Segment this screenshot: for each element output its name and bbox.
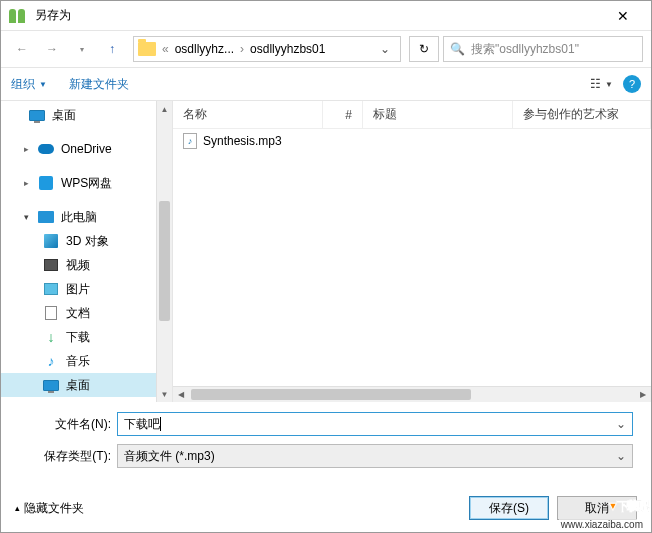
nav-row: ← → ▾ ↑ « osdllyyhz... › osdllyyhzbs01 ⌄…: [1, 31, 651, 67]
chevron-right-icon: ›: [240, 42, 244, 56]
breadcrumb[interactable]: « osdllyyhz... › osdllyyhzbs01 ⌄: [133, 36, 401, 62]
titlebar: 另存为 ✕: [1, 1, 651, 31]
audio-file-icon: ♪: [183, 133, 197, 149]
file-name: Synthesis.mp3: [203, 134, 282, 148]
search-input[interactable]: 🔍 搜索"osdllyyhzbs01": [443, 36, 643, 62]
sidebar-item-wps[interactable]: ▸WPS网盘: [1, 171, 172, 195]
sidebar-item-docs[interactable]: 文档: [1, 301, 172, 325]
breadcrumb-seg2[interactable]: osdllyyhzbs01: [250, 42, 325, 56]
scroll-thumb[interactable]: [159, 201, 170, 321]
sidebar-item-video[interactable]: 视频: [1, 253, 172, 277]
view-icon: ☷: [590, 77, 601, 91]
recent-dropdown[interactable]: ▾: [69, 36, 95, 62]
scroll-up-button[interactable]: ▲: [157, 101, 172, 117]
video-icon: [44, 259, 58, 271]
sidebar-item-disk-c[interactable]: ▸本地磁盘 (C:): [1, 397, 172, 402]
footer: ▴ 隐藏文件夹 保存(S) 取消: [1, 484, 651, 532]
chevron-down-icon[interactable]: ⌄: [616, 417, 626, 431]
music-icon: ♪: [43, 354, 59, 368]
col-name[interactable]: 名称: [173, 101, 323, 128]
file-list[interactable]: ♪ Synthesis.mp3: [173, 129, 651, 386]
hscroll-thumb[interactable]: [191, 389, 471, 400]
col-title[interactable]: 标题: [363, 101, 513, 128]
sidebar-item-3d[interactable]: 3D 对象: [1, 229, 172, 253]
search-placeholder: 搜索"osdllyyhzbs01": [471, 41, 579, 58]
help-button[interactable]: ?: [623, 75, 641, 93]
chevron-right-icon[interactable]: ▸: [21, 178, 31, 188]
wps-icon: [39, 176, 53, 190]
view-button[interactable]: ☷ ▼: [590, 77, 613, 91]
col-number[interactable]: #: [323, 101, 363, 128]
download-icon: ↓: [43, 330, 59, 344]
3d-icon: [44, 234, 58, 248]
back-button[interactable]: ←: [9, 36, 35, 62]
forward-button[interactable]: →: [39, 36, 65, 62]
chevron-down-icon[interactable]: ⌄: [616, 449, 626, 463]
up-button[interactable]: ↑: [99, 36, 125, 62]
scroll-down-button[interactable]: ▼: [157, 386, 172, 402]
desktop-icon: [29, 110, 45, 121]
sidebar-item-pictures[interactable]: 图片: [1, 277, 172, 301]
chevron-down-icon[interactable]: ▾: [21, 212, 31, 222]
filetype-label: 保存类型(T):: [19, 448, 117, 465]
save-button[interactable]: 保存(S): [469, 496, 549, 520]
breadcrumb-dropdown[interactable]: ⌄: [374, 42, 396, 56]
app-icon: [9, 9, 27, 23]
toolbar: 组织▼ 新建文件夹 ☷ ▼ ?: [1, 67, 651, 101]
chevron-up-icon: ▴: [15, 503, 20, 513]
hide-folders-button[interactable]: ▴ 隐藏文件夹: [15, 500, 84, 517]
filename-label: 文件名(N):: [19, 416, 117, 433]
body: 桌面 ▸OneDrive ▸WPS网盘 ▾此电脑 3D 对象 视频 图片 文档 …: [1, 101, 651, 402]
tree: 桌面 ▸OneDrive ▸WPS网盘 ▾此电脑 3D 对象 视频 图片 文档 …: [1, 101, 172, 402]
scroll-left-button[interactable]: ◀: [173, 387, 189, 402]
picture-icon: [44, 283, 58, 295]
breadcrumb-seg1[interactable]: osdllyyhz...: [175, 42, 234, 56]
col-artist[interactable]: 参与创作的艺术家: [513, 101, 651, 128]
filetype-select[interactable]: 音频文件 (*.mp3) ⌄: [117, 444, 633, 468]
sidebar-item-desktop-sel[interactable]: 桌面: [1, 373, 172, 397]
pc-icon: [38, 211, 54, 223]
new-folder-button[interactable]: 新建文件夹: [69, 76, 129, 93]
sidebar-item-thispc[interactable]: ▾此电脑: [1, 205, 172, 229]
search-icon: 🔍: [450, 42, 465, 56]
sidebar-item-onedrive[interactable]: ▸OneDrive: [1, 137, 172, 161]
file-row[interactable]: ♪ Synthesis.mp3: [173, 129, 651, 153]
desktop-icon: [43, 380, 59, 391]
refresh-button[interactable]: ↻: [409, 36, 439, 62]
save-form: 文件名(N): 下载吧 ⌄ 保存类型(T): 音频文件 (*.mp3) ⌄: [1, 402, 651, 482]
folder-icon: [138, 42, 156, 56]
scroll-right-button[interactable]: ▶: [635, 387, 651, 402]
column-headers: 名称 # 标题 参与创作的艺术家: [173, 101, 651, 129]
document-icon: [45, 306, 57, 320]
sidebar-item-music[interactable]: ♪音乐: [1, 349, 172, 373]
sidebar: 桌面 ▸OneDrive ▸WPS网盘 ▾此电脑 3D 对象 视频 图片 文档 …: [1, 101, 173, 402]
cloud-icon: [38, 144, 54, 154]
organize-button[interactable]: 组织▼: [11, 76, 47, 93]
sidebar-item-desktop[interactable]: 桌面: [1, 103, 172, 127]
sidebar-scrollbar[interactable]: ▲ ▼: [156, 101, 172, 402]
close-button[interactable]: ✕: [603, 8, 643, 24]
sidebar-item-downloads[interactable]: ↓下载: [1, 325, 172, 349]
chevron-right-icon[interactable]: ▸: [21, 144, 31, 154]
window-title: 另存为: [35, 7, 603, 24]
file-area: 名称 # 标题 参与创作的艺术家 ♪ Synthesis.mp3 ◀ ▶: [173, 101, 651, 402]
cancel-button[interactable]: 取消: [557, 496, 637, 520]
filename-input[interactable]: 下载吧 ⌄: [117, 412, 633, 436]
horizontal-scrollbar[interactable]: ◀ ▶: [173, 386, 651, 402]
